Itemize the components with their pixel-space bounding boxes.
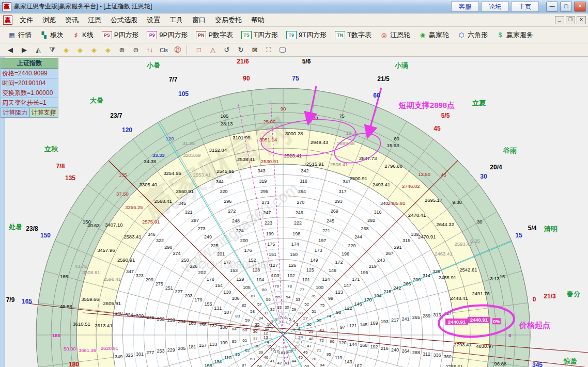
svg-text:2463.41: 2463.41 (435, 251, 452, 257)
updown-icon[interactable]: ↑↓ (144, 45, 156, 55)
calc-support-button[interactable]: 计算支撑 (30, 108, 59, 118)
svg-text:3407.10: 3407.10 (105, 222, 122, 228)
cls-icon[interactable]: Cls (158, 45, 170, 55)
wheel-outer-label: 惊蛰 (563, 357, 577, 365)
toolbar-button-winner-wheel[interactable]: ◉赢家轮 (415, 29, 453, 41)
svg-text:178: 178 (207, 277, 214, 282)
menu-6[interactable]: 设置 (142, 14, 165, 26)
box-x-icon[interactable]: ⊠ (249, 45, 261, 55)
toolbar-button-kline[interactable]: ♯K线 (68, 29, 97, 41)
svg-text:2455.91: 2455.91 (439, 275, 456, 280)
svg-text:177: 177 (223, 260, 231, 265)
svg-text:3254.55: 3254.55 (163, 170, 181, 176)
svg-text:152: 152 (248, 258, 256, 263)
svg-text:155: 155 (204, 301, 212, 307)
app-logo-icon: 赢 (2, 2, 11, 11)
rotate-ccw-icon[interactable]: ↺ (221, 45, 233, 55)
toolbar-button-ps[interactable]: PSP四方形 (98, 29, 143, 41)
center-mark-icon[interactable]: ⛶ (262, 45, 275, 55)
toolbar-button-p9[interactable]: P99P四方形 (143, 29, 191, 41)
calendar-21-icon[interactable]: ㉑ (172, 45, 184, 55)
svg-text:56: 56 (266, 297, 271, 302)
menu-8[interactable]: 窗口 (188, 14, 210, 26)
svg-text:7: 7 (280, 315, 282, 320)
diamond-up-icon[interactable]: ◈ (88, 45, 100, 55)
zoom-out-icon[interactable]: ⊖ (130, 45, 142, 55)
toolbar-button-tn[interactable]: TNT数字表 (331, 29, 375, 41)
toolbar-label: 赢家轮 (429, 30, 449, 40)
svg-text:216: 216 (381, 346, 389, 351)
toolbar-button-hexagon[interactable]: ⬡六角形 (454, 29, 491, 41)
calc-resistance-button[interactable]: 计算阻力 (1, 108, 30, 118)
svg-text:3: 3 (296, 322, 299, 327)
square-tool-icon[interactable]: □ (193, 45, 205, 55)
toolbar-label: K线 (82, 30, 94, 40)
toolbar-button-dollar-service[interactable]: $赢家服务 (492, 29, 537, 41)
svg-text:58: 58 (250, 309, 255, 314)
wheel-outer-label: 5/5 (441, 112, 450, 119)
customer-service-button[interactable]: 客服 (451, 2, 479, 12)
wheel-outer-label: 小满 (394, 61, 408, 69)
badge-TS-icon: TS (241, 31, 252, 39)
svg-text:3508.81: 3508.81 (82, 269, 100, 275)
restore-button[interactable]: ▢ (560, 2, 572, 12)
svg-text:2515.91: 2515.91 (306, 161, 324, 167)
menu-9[interactable]: 交易委托 (210, 14, 246, 26)
child-restore-button[interactable]: ❐ (566, 16, 575, 24)
wheel-outer-label: 23/7 (110, 112, 122, 119)
svg-text:180: 180 (189, 321, 196, 326)
toolbar-button-gann-wheel[interactable]: ◎江恩轮 (376, 29, 414, 41)
close-button[interactable]: ✕ (574, 2, 586, 12)
arrow-left-icon[interactable]: ◀ (4, 45, 17, 55)
svg-text:222: 222 (294, 220, 302, 226)
svg-text:349: 349 (115, 354, 122, 359)
diamond-left-icon[interactable]: ◈ (60, 45, 72, 55)
zoom-in-icon[interactable]: ⊕ (116, 45, 128, 55)
svg-text:314: 314 (423, 273, 430, 278)
wheel-outer-label: 20/4 (490, 164, 502, 171)
arrow-right-icon[interactable]: ▶ (18, 45, 30, 55)
svg-text:295: 295 (260, 189, 268, 194)
toolbar-label: P四方形 (114, 30, 139, 40)
triangle-tool-icon[interactable]: △ (207, 45, 219, 55)
svg-text:198: 198 (292, 231, 300, 236)
toolbar-label: 板块 (50, 30, 64, 40)
svg-text:146: 146 (354, 301, 362, 307)
screen-tool-icon[interactable]: 🖵 (276, 45, 289, 55)
menu-10[interactable]: 帮助 (246, 14, 269, 26)
menu-7[interactable]: 工具 (165, 14, 188, 26)
svg-text:2542.61: 2542.61 (459, 267, 477, 273)
menu-5[interactable]: 公式选股 (106, 14, 142, 26)
gann-wheel-canvas[interactable]: 赢家财富网www.yingjia360.comQQ:10080006012345… (0, 57, 588, 367)
menu-4[interactable]: 江恩 (83, 14, 106, 26)
toolbar-label: 江恩轮 (390, 30, 410, 40)
svg-text:197: 197 (318, 238, 326, 243)
svg-text:2560.91: 2560.91 (176, 188, 193, 194)
forum-button[interactable]: 论坛 (481, 2, 509, 12)
arrow-down-tri-icon[interactable]: ⧩ (46, 45, 58, 55)
toolbar-button-grid[interactable]: ▦行情 (4, 29, 35, 41)
svg-text:225: 225 (210, 243, 218, 248)
arrow-up-tri-icon[interactable]: ◭ (32, 45, 44, 55)
rotate-cw-icon[interactable]: ↻ (235, 45, 247, 55)
child-close-button[interactable]: ✕ (577, 16, 586, 24)
diamond-right-icon[interactable]: ◈ (74, 45, 86, 55)
toolbar-button-blocks[interactable]: ▚板块 (36, 29, 67, 41)
svg-text:157: 157 (199, 343, 207, 348)
svg-text:267: 267 (385, 251, 393, 256)
child-minimize-button[interactable]: ＿ (555, 16, 564, 24)
svg-text:101: 101 (302, 277, 310, 282)
user-annotation-text: 价格起点 (519, 321, 550, 330)
toolbar-button-pn[interactable]: PNP数字表 (192, 29, 237, 41)
menu-3[interactable]: 资讯 (60, 14, 83, 26)
menu-1[interactable]: 文件 (15, 14, 38, 26)
svg-text:154: 154 (215, 283, 223, 288)
svg-text:2593.47: 2593.47 (455, 241, 472, 247)
minimize-button[interactable]: — (546, 2, 558, 12)
menu-2[interactable]: 浏览 (38, 14, 60, 26)
svg-text:2796.88: 2796.88 (384, 163, 402, 169)
diamond-down-icon[interactable]: ◈ (102, 45, 114, 55)
homepage-button[interactable]: 主页 (511, 2, 539, 12)
toolbar-button-t9[interactable]: T99T四方形 (283, 29, 330, 41)
toolbar-button-ts[interactable]: TST四方形 (238, 29, 282, 41)
